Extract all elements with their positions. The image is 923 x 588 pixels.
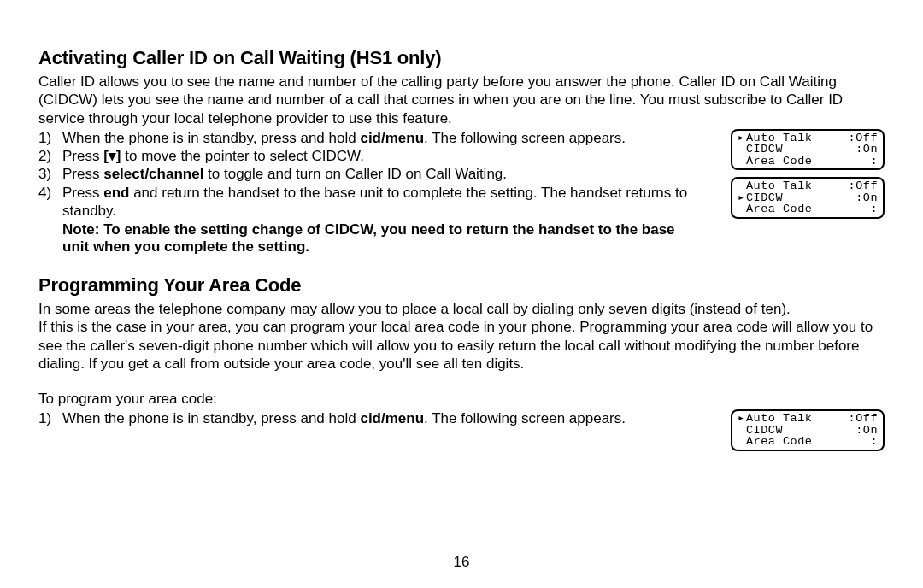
- step-2: 2) Press [▾] to move the pointer to sele…: [38, 147, 722, 165]
- lcd-screen-2: Auto Talk:Off ▸CIDCW:On Area Code:: [731, 177, 885, 219]
- steps-area-code: 1) When the phone is in standby, press a…: [38, 409, 722, 427]
- page-number: 16: [0, 554, 923, 571]
- intro-cidcw: Caller ID allows you to see the name and…: [38, 73, 876, 127]
- heading-cidcw: Activating Caller ID on Call Waiting (HS…: [38, 47, 885, 69]
- step-3: 3) Press select/channel to toggle and tu…: [38, 165, 722, 183]
- lcd-screen-1: ▸Auto Talk:Off CIDCW:On Area Code:: [731, 129, 885, 171]
- steps-cidcw: 1) When the phone is in standby, press a…: [38, 129, 722, 220]
- lcd-screen-3: ▸Auto Talk:Off CIDCW:On Area Code:: [731, 409, 885, 451]
- p2-area-code: If this is the case in your area, you ca…: [38, 318, 885, 373]
- note-cidcw: Note: To enable the setting change of CI…: [62, 221, 678, 256]
- section-area-code: Programming Your Area Code In some areas…: [38, 274, 885, 458]
- step-1: 1) When the phone is in standby, press a…: [38, 129, 722, 147]
- section-cidcw: Activating Caller ID on Call Waiting (HS…: [38, 47, 885, 256]
- p1-area-code: In some areas the telephone company may …: [38, 300, 885, 318]
- down-arrow-key: [▾]: [103, 148, 121, 164]
- step-4: 4) Press end and return the handset to t…: [38, 184, 722, 220]
- heading-area-code: Programming Your Area Code: [38, 274, 885, 297]
- pre-area-code: To program your area code:: [38, 390, 885, 408]
- ac-step-1: 1) When the phone is in standby, press a…: [38, 409, 722, 427]
